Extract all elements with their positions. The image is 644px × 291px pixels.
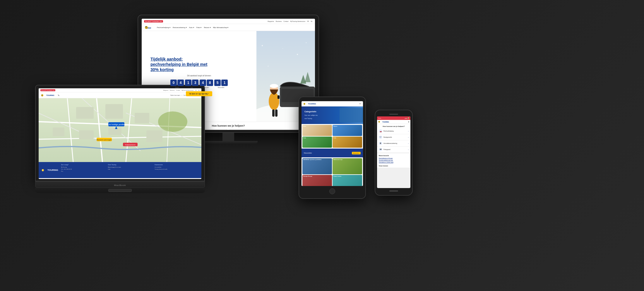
phone-menu-icon[interactable]: ☰ <box>408 121 409 123</box>
laptop-footer-col3-title: Klantenzone <box>155 164 198 166</box>
tablet-cat-card-1[interactable]: Auto <box>302 125 332 136</box>
nav-pechverhelping[interactable]: Pechverhelping ▾ <box>157 26 170 28</box>
phone-reiziger-label: Reizigersinfo <box>383 136 407 138</box>
hero-title-line1: Tijdelijk aanbod: <box>150 57 183 61</box>
footer-link-mytouring[interactable]: My Touring <box>61 166 105 168</box>
countdown-day1: 0 <box>170 80 177 86</box>
monitor-nav-business[interactable]: Business <box>276 20 282 22</box>
monitor-hero-content: Tijdelijk aanbod: pechverhelping in Belg… <box>142 51 256 102</box>
laptop-body: MacBook <box>35 181 205 188</box>
tablet-newsletter: Nieuwsletter Aanmelden <box>302 149 363 157</box>
phone-status-icons: ▲▲🔋 <box>405 117 409 119</box>
phone-status-bar: Pech... ▲▲🔋 <box>377 116 410 120</box>
tablet-frame: T TOURING ●●● <box>299 97 366 199</box>
phone-most-visited: Meest bezocht Brandstofprijzen in Europa… <box>377 153 410 164</box>
tablet-newsletter-text: Nieuwsletter <box>304 152 350 154</box>
phone-pech-arrow: › <box>408 130 409 132</box>
monitor-foot <box>199 141 258 144</box>
tablet-article-2[interactable]: Wielrenners tips <box>333 158 362 174</box>
scene: Nu pech? Contacteer ons Magazine Busines… <box>0 0 644 291</box>
footer-link-tel[interactable]: Tel: +32 2 286 33 33 <box>61 168 105 170</box>
countdown-days-label: Dagen <box>170 87 184 88</box>
phone-link-grensformaliteiten[interactable]: Grensformaliteiten per land <box>379 159 409 161</box>
svg-rect-36 <box>79 130 94 139</box>
svg-rect-35 <box>53 128 64 136</box>
laptop-trackpad <box>108 189 132 192</box>
countdown-hours: 1 3 Uur <box>185 80 198 88</box>
laptop-footer-col3-links: Je voordelen Touring doet jist dit wells <box>155 166 198 170</box>
tablet-screen: T TOURING ●●● <box>302 101 363 186</box>
phone-link-routeplanner[interactable]: Routeplanner / Zachte rijstijl <box>379 161 409 163</box>
svg-text:Bijstand aanvragen: Bijstand aanvragen <box>97 139 112 141</box>
monitor-logo: T OURING <box>145 25 151 30</box>
monitor-nav-fr[interactable]: FR <box>307 20 309 22</box>
laptop-footer: T TOURING Een vraag? My Touring Tel: +32… <box>39 162 201 178</box>
tablet-article-3[interactable]: Reistips Europa <box>302 175 332 186</box>
svg-text:Hulpkantoren: Hulpkantoren <box>125 144 136 146</box>
tablet-cat-card-2[interactable]: Reizen <box>333 125 362 136</box>
laptop-footer-logo-text: TOURING <box>47 169 58 171</box>
tablet-logo-text: TOURING <box>308 103 316 105</box>
help-card-annulatie[interactable]: 🛡 Annulatieverzekering › <box>229 129 309 130</box>
map-roads-svg: Uw huidige positie Bijstand aanvragen Hu… <box>39 98 201 162</box>
tablet-cat-card-4[interactable]: Pech <box>333 137 362 148</box>
countdown-sec1: 5 <box>214 80 221 86</box>
footer-link-maatschappij[interactable]: Maatschappij & ons team <box>108 166 152 168</box>
phone-menu-items: 🚗 Pechverhelping › 🛡 Reizigersinfo › 🗓 A… <box>377 128 410 153</box>
monitor-nav-contact[interactable]: Contact <box>283 20 288 22</box>
countdown-seconds: 5 1 Seconden <box>214 80 228 88</box>
phone-home-btn[interactable] <box>389 190 398 192</box>
monitor-alert-btn[interactable]: Nu pech? Contacteer ons <box>144 20 163 23</box>
tablet-header-nav: ●●● <box>359 103 361 104</box>
svg-rect-12 <box>278 95 280 99</box>
phone-speaker <box>389 114 398 115</box>
phone-icon: 📞 <box>58 94 59 96</box>
footer-link-fbo[interactable]: Fbo <box>61 171 105 172</box>
tablet-logo-svg: T <box>303 102 307 105</box>
monitor-nav-mytouring[interactable]: MyTouring klantenzone <box>290 20 305 22</box>
tablet-newsletter-btn[interactable]: Aanmelden <box>352 152 361 154</box>
laptop-logo-svg: T <box>41 94 46 97</box>
phone-header: T TOURING ☰ <box>377 120 410 124</box>
countdown-hour1: 1 <box>185 80 191 86</box>
tablet-hero-svg: Categorieën Voor een veilige reis met To… <box>302 106 363 124</box>
svg-point-16 <box>306 42 307 43</box>
phone-menu-pech[interactable]: 🚗 Pechverhelping › <box>377 128 410 134</box>
tablet-cat-label-4: Pech <box>333 137 362 140</box>
phone-menu-fiets[interactable]: 🗺 Fietsgaard › <box>377 147 410 153</box>
tablet-nav-item1[interactable]: ●●● <box>359 103 361 104</box>
tablet-article-1[interactable]: ASN Wilder sportieve profielbots <box>302 158 332 174</box>
phone-annulatie-icon: 🗓 <box>379 142 382 145</box>
phone-menu-reiziger[interactable]: 🛡 Reizigersinfo › <box>377 134 410 140</box>
tablet-home-btn[interactable] <box>329 188 335 194</box>
countdown-minutes: 4 8 Minuten <box>200 80 213 88</box>
laptop-trackpad-area <box>35 188 205 193</box>
laptop-phone-icon: 📞 <box>58 94 59 96</box>
svg-rect-34 <box>135 113 149 123</box>
tablet-cat-card-3[interactable]: Fiets <box>302 137 332 148</box>
phone-link-brandstof[interactable]: Brandstofprijzen in Europa <box>379 157 409 159</box>
hero-title-line2: pechverhelping in België met <box>150 62 208 67</box>
tablet-hero-image: Categorieën Voor een veilige reis met To… <box>302 106 363 124</box>
nav-reisverzekering[interactable]: Reisverzekering ▾ <box>173 26 187 28</box>
tablet-category-grid: Auto Reizen Fiets Pech <box>302 124 363 149</box>
monitor-nav-magazine[interactable]: Magazine <box>268 20 274 22</box>
nav-reizen[interactable]: Reizen ▾ <box>204 26 210 28</box>
footer-link-voordelen[interactable]: Je voordelen <box>155 166 198 168</box>
monitor-cta-btn[interactable]: Ik ben er op tijd bij › <box>186 91 212 96</box>
monitor-nav-nl[interactable]: NL <box>311 20 313 22</box>
footer-link-doet[interactable]: Touring doet jist dit wells <box>155 168 198 170</box>
svg-point-39 <box>158 111 187 132</box>
svg-text:Voor een veilige reis: Voor een veilige reis <box>304 114 318 116</box>
tablet-article-4[interactable]: Groene routes <box>333 175 362 186</box>
phone-reiziger-arrow: › <box>408 136 409 138</box>
nav-fiets[interactable]: Fiets ▾ <box>196 26 202 28</box>
svg-text:Uw huidige positie: Uw huidige positie <box>108 123 125 126</box>
laptop-footer-logo-col: T TOURING <box>42 164 58 176</box>
laptop-alert-btn[interactable]: Nu pech? Contacteer ons <box>40 89 55 91</box>
tablet-art-label-1: ASN Wilder sportieve profielbots <box>302 158 332 161</box>
nav-auto[interactable]: Auto ▾ <box>189 26 194 28</box>
nav-lidmaatschap[interactable]: Mijn lidmaatschap ▾ <box>213 26 229 28</box>
footer-link-jobs[interactable]: Jobs <box>108 168 152 170</box>
phone-menu-annulatie[interactable]: 🗓 Annulatieverzekering › <box>377 140 410 147</box>
